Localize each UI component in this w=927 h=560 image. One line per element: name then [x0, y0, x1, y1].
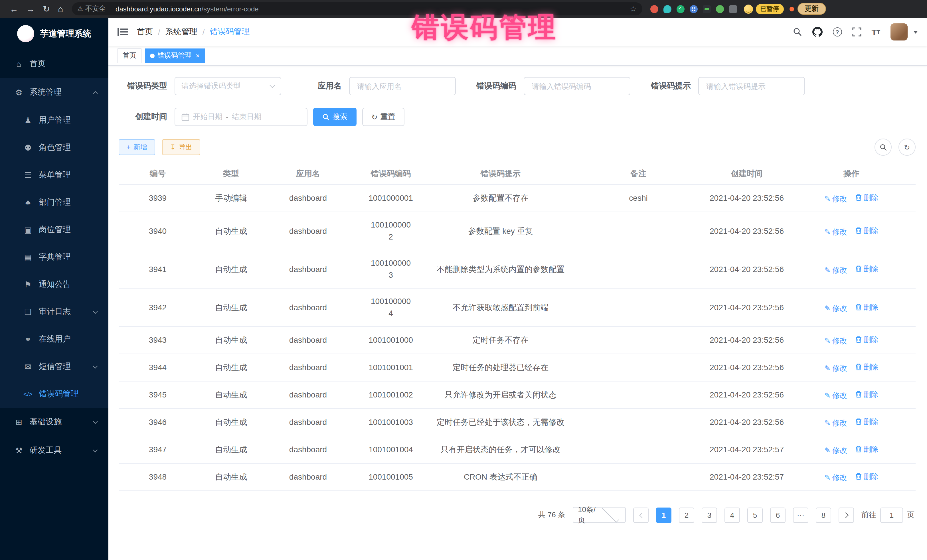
- sidebar-item-error-code-management[interactable]: </> 错误码管理: [0, 380, 108, 408]
- cell-actions: ✎修改 删除: [787, 381, 916, 408]
- page-button-2[interactable]: 2: [679, 507, 694, 523]
- page-button-1[interactable]: 1: [656, 507, 672, 523]
- page-button-6[interactable]: 6: [770, 507, 786, 523]
- delete-link[interactable]: 删除: [855, 301, 878, 313]
- extension-icon[interactable]: [689, 5, 698, 13]
- sidebar-item-role-management[interactable]: ⚉ 角色管理: [0, 134, 108, 161]
- column-header: 编号: [119, 164, 197, 185]
- page-button-8[interactable]: 8: [816, 507, 831, 523]
- user-avatar[interactable]: [891, 23, 907, 41]
- delete-link[interactable]: 删除: [855, 416, 878, 428]
- sidebar-item-dev-tools[interactable]: ⚒ 研发工具: [0, 436, 108, 465]
- refresh-icon: ↻: [371, 112, 378, 121]
- date-range-picker[interactable]: 开始日期 - 结束日期: [175, 108, 307, 126]
- page-button-4[interactable]: 4: [725, 507, 740, 523]
- tab-error-code[interactable]: 错误码管理 ×: [145, 48, 205, 63]
- cell-type: 自动生成: [197, 408, 265, 436]
- cell-id: 3945: [119, 381, 197, 408]
- breadcrumb-item-system[interactable]: 系统管理: [166, 27, 198, 37]
- sidebar-item-user-management[interactable]: ♟ 用户管理: [0, 107, 108, 134]
- edit-link[interactable]: ✎修改: [824, 472, 847, 484]
- cell-type: 自动生成: [197, 288, 265, 326]
- sidebar-item-infrastructure[interactable]: ⊞ 基础设施: [0, 408, 108, 436]
- back-button[interactable]: ←: [10, 5, 18, 13]
- edit-link[interactable]: ✎修改: [824, 226, 847, 238]
- extension-icon[interactable]: [663, 5, 671, 13]
- trash-icon: [855, 363, 862, 371]
- sidebar-item-system-management[interactable]: ⚙ 系统管理: [0, 78, 108, 107]
- sidebar-item-sms-management[interactable]: ✉ 短信管理: [0, 353, 108, 380]
- sidebar-item-home[interactable]: ⌂ 首页: [0, 50, 108, 78]
- sidebar-item-dict-management[interactable]: ▤ 字典管理: [0, 243, 108, 271]
- sidebar-item-notice[interactable]: ⚑ 通知公告: [0, 271, 108, 298]
- refresh-table-button[interactable]: ↻: [898, 138, 916, 156]
- sidebar-toggle-icon[interactable]: [117, 27, 128, 36]
- delete-link[interactable]: 删除: [855, 389, 878, 400]
- search-icon[interactable]: [793, 27, 802, 36]
- app-name-input[interactable]: [356, 81, 449, 91]
- page-size-select[interactable]: 10条/页: [573, 507, 626, 523]
- close-icon[interactable]: ×: [196, 52, 200, 59]
- edit-link[interactable]: ✎修改: [824, 417, 847, 429]
- edit-link[interactable]: ✎修改: [824, 362, 847, 374]
- browser-home-button[interactable]: ⌂: [58, 5, 63, 13]
- download-icon: ↧: [170, 143, 176, 151]
- toggle-search-button[interactable]: [874, 138, 892, 156]
- reset-button[interactable]: ↻ 重置: [362, 108, 404, 126]
- delete-link[interactable]: 删除: [855, 263, 878, 275]
- puzzle-icon[interactable]: [729, 5, 737, 13]
- goto-page-input[interactable]: [880, 507, 903, 523]
- extension-icon[interactable]: [716, 5, 723, 13]
- page-button-5[interactable]: 5: [747, 507, 763, 523]
- export-button[interactable]: ↧ 导出: [162, 139, 200, 155]
- browser-profile-avatar[interactable]: [744, 4, 753, 14]
- delete-link[interactable]: 删除: [855, 191, 878, 203]
- add-button[interactable]: + 新增: [119, 139, 155, 155]
- reload-button[interactable]: ↻: [43, 5, 50, 13]
- search-button[interactable]: 搜索: [313, 108, 357, 126]
- search-button-label: 搜索: [333, 112, 347, 122]
- fullscreen-icon[interactable]: [852, 27, 861, 36]
- font-size-icon[interactable]: TT: [871, 27, 880, 37]
- delete-link[interactable]: 删除: [855, 225, 878, 237]
- warning-icon: ⚠: [77, 5, 83, 12]
- extension-icon[interactable]: [702, 5, 711, 13]
- extension-icon[interactable]: [650, 5, 658, 13]
- edit-link[interactable]: ✎修改: [824, 264, 847, 276]
- delete-link[interactable]: 删除: [855, 361, 878, 373]
- page-ellipsis[interactable]: ···: [793, 507, 808, 523]
- total-count: 共 76 条: [538, 510, 565, 520]
- app-logo-row[interactable]: 芋道管理系统: [0, 18, 108, 50]
- sidebar-item-dept-management[interactable]: ♣ 部门管理: [0, 189, 108, 216]
- bookmark-star-icon[interactable]: ☆: [630, 5, 636, 13]
- prev-page-button[interactable]: [633, 507, 649, 523]
- extension-icon[interactable]: [676, 5, 684, 13]
- edit-link[interactable]: ✎修改: [824, 302, 847, 314]
- sidebar-item-online-user[interactable]: ⚭ 在线用户: [0, 326, 108, 353]
- sidebar-item-menu-management[interactable]: ☰ 菜单管理: [0, 161, 108, 189]
- help-icon[interactable]: ?: [833, 27, 842, 36]
- forward-button[interactable]: →: [26, 5, 35, 13]
- edit-link[interactable]: ✎修改: [824, 335, 847, 347]
- edit-link[interactable]: ✎修改: [824, 390, 847, 401]
- delete-link[interactable]: 删除: [855, 334, 878, 346]
- sidebar-item-audit-log[interactable]: ❏ 审计日志: [0, 298, 108, 326]
- table-row: 3944 自动生成 dashboard 1001001001 定时任务的处理器已…: [119, 354, 916, 381]
- delete-link[interactable]: 删除: [855, 443, 878, 455]
- chevron-down-icon: [269, 82, 275, 88]
- edit-link[interactable]: ✎修改: [824, 193, 847, 205]
- tab-home[interactable]: 首页: [117, 48, 141, 63]
- sidebar-item-post-management[interactable]: ▣ 岗位管理: [0, 216, 108, 243]
- address-bar[interactable]: ⚠ 不安全 dashboard.yudao.iocoder.cn /system…: [71, 2, 642, 15]
- next-page-button[interactable]: [839, 507, 854, 523]
- breadcrumb-item-home[interactable]: 首页: [137, 27, 153, 37]
- github-icon[interactable]: [812, 27, 822, 37]
- delete-link[interactable]: 删除: [855, 470, 878, 483]
- page-button-3[interactable]: 3: [702, 507, 717, 523]
- update-button[interactable]: 更新: [797, 3, 826, 15]
- error-type-select[interactable]: 请选择错误码类型: [175, 77, 281, 95]
- error-message-input[interactable]: [705, 81, 798, 91]
- cell-code: 1001001003: [351, 408, 431, 436]
- error-code-input[interactable]: [530, 81, 623, 91]
- edit-link[interactable]: ✎修改: [824, 444, 847, 456]
